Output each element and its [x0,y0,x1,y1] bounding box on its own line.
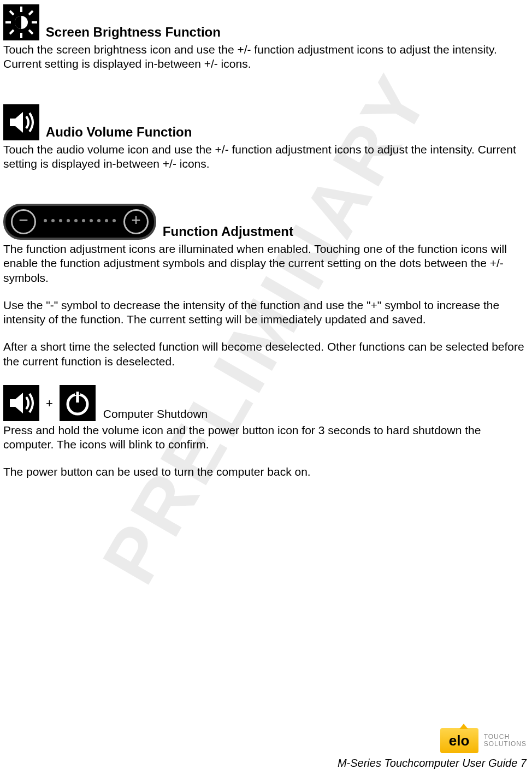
svg-line-6 [29,30,33,34]
elo-logo-text: TOUCH SOLUTIONS [484,733,527,748]
section-volume: Audio Volume Function Touch the audio vo… [3,104,529,171]
volume-icon [3,104,39,140]
volume-body: Touch the audio volume icon and use the … [3,143,529,171]
elo-logo: elo TOUCH SOLUTIONS [440,728,527,753]
volume-icon-small [3,385,39,421]
svg-marker-10 [10,393,23,413]
adjustment-heading: Function Adjustment [163,224,293,239]
shutdown-heading: Computer Shutdown [103,407,208,421]
adjustment-p1: The function adjustment icons are illumi… [3,242,529,285]
adjustment-p3: After a short time the selected function… [3,340,529,369]
logo-sub2: SOLUTIONS [484,741,527,748]
svg-marker-9 [10,112,23,133]
brightness-heading: Screen Brightness Function [46,25,221,39]
svg-line-7 [10,30,14,34]
section-shutdown: + Computer Shutdown Press and hold the v… [3,385,529,480]
elo-logo-mark: elo [440,728,478,753]
adjustment-bar-icon: − + [3,204,156,240]
svg-line-5 [10,11,14,15]
brightness-body: Touch the screen brightness icon and use… [3,43,529,72]
level-dots [44,219,116,224]
shutdown-p1: Press and hold the volume icon and the p… [3,423,529,452]
page-footer: elo TOUCH SOLUTIONS M-Series Touchcomput… [338,728,527,770]
brightness-icon [3,4,39,40]
volume-heading: Audio Volume Function [46,125,192,139]
section-brightness: Screen Brightness Function Touch the scr… [3,4,529,72]
plus-icon: + [123,209,149,234]
adjustment-p2: Use the "-" symbol to decrease the inten… [3,298,529,327]
power-icon [60,385,96,421]
footer-line: M-Series Touchcomputer User Guide 7 [338,756,527,770]
minus-icon: − [11,209,36,234]
shutdown-p2: The power button can be used to turn the… [3,465,529,479]
plus-separator: + [46,396,53,411]
section-adjustment: − + Function Adjustment The function adj… [3,204,529,369]
svg-line-8 [29,11,33,15]
